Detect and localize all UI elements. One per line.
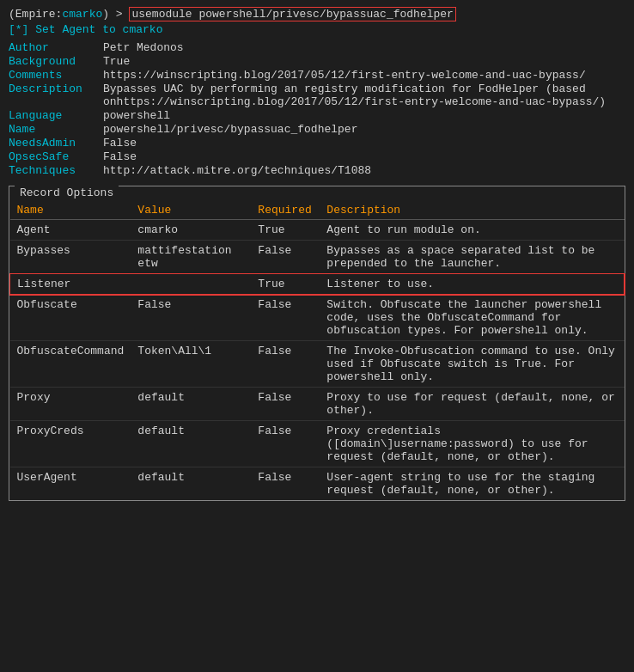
table-row: ListenerTrueListener to use. — [10, 274, 625, 295]
info-row-comments: Comments https://winscripting.blog/2017/… — [9, 69, 625, 82]
prompt-suffix: ) > — [102, 8, 122, 21]
info-row-language: Language powershell — [9, 109, 625, 122]
cell-value: cmarko — [131, 220, 251, 241]
cell-value: False — [131, 295, 251, 341]
table-row: ProxyCredsdefaultFalseProxy credentials … — [10, 421, 625, 467]
record-options-section: Record Options Name Value Required Descr… — [9, 186, 625, 501]
table-row: UserAgentdefaultFalseUser-agent string t… — [10, 467, 625, 501]
comments-value: https://winscripting.blog/2017/05/12/fir… — [103, 69, 625, 82]
techniques-label: Techniques — [9, 164, 103, 177]
cell-description: The Invoke-Obfuscation command to use. O… — [320, 341, 624, 388]
cell-required: False — [251, 241, 320, 274]
info-row-name: Name powershell/privesc/bypassuac_fodhel… — [9, 123, 625, 136]
cell-required: False — [251, 421, 320, 467]
cell-name: ObfuscateCommand — [10, 341, 131, 388]
cell-description: Proxy to use for request (default, none,… — [320, 388, 624, 421]
col-header-required: Required — [251, 201, 320, 220]
table-row: AgentcmarkoTrueAgent to run module on. — [10, 220, 625, 241]
info-row-description: Description Bypasses UAC by performing a… — [9, 82, 625, 108]
terminal-window: (Empire: cmarko ) > usemodule powershell… — [0, 0, 634, 508]
background-value: True — [103, 55, 625, 68]
table-row: ObfuscateCommandToken\All\1FalseThe Invo… — [10, 341, 625, 388]
prompt-prefix: (Empire: — [9, 8, 62, 21]
description-value: Bypasses UAC by performing an registry m… — [103, 82, 625, 108]
cell-name: Listener — [10, 274, 131, 295]
prompt-agent: cmarko — [62, 8, 102, 21]
cell-value: default — [131, 388, 251, 421]
info-row-opsec: OpsecSafe False — [9, 150, 625, 163]
cell-value: mattifestation etw — [131, 241, 251, 274]
comments-label: Comments — [9, 69, 103, 82]
prompt-line: (Empire: cmarko ) > usemodule powershell… — [9, 7, 625, 21]
techniques-value: http://attack.mitre.org/techniques/T1088 — [103, 164, 625, 177]
cell-description: Listener to use. — [320, 274, 624, 295]
table-header-row: Name Value Required Description — [10, 201, 625, 220]
cell-name: Agent — [10, 220, 131, 241]
needsadmin-value: False — [103, 137, 625, 150]
cell-name: Bypasses — [10, 241, 131, 274]
table-row: ProxydefaultFalseProxy to use for reques… — [10, 388, 625, 421]
cell-name: Proxy — [10, 388, 131, 421]
set-agent-line: [*] Set Agent to cmarko — [9, 23, 625, 36]
cell-description: Agent to run module on. — [320, 220, 624, 241]
record-options-title: Record Options — [15, 185, 119, 201]
opsec-label: OpsecSafe — [9, 150, 103, 163]
background-label: Background — [9, 55, 103, 68]
col-header-description: Description — [320, 201, 624, 220]
name-value: powershell/privesc/bypassuac_fodhelper — [103, 123, 625, 136]
module-info-block: Author Petr Medonos Background True Comm… — [9, 41, 625, 177]
author-label: Author — [9, 41, 103, 54]
cell-description: Proxy credentials ([domain\]username:pas… — [320, 421, 624, 467]
cell-value — [131, 274, 251, 295]
col-header-name: Name — [10, 201, 131, 220]
col-header-value: Value — [131, 201, 251, 220]
cell-description: Switch. Obfuscate the launcher powershel… — [320, 295, 624, 341]
cell-value: Token\All\1 — [131, 341, 251, 388]
language-label: Language — [9, 109, 103, 122]
author-value: Petr Medonos — [103, 41, 625, 54]
needsadmin-label: NeedsAdmin — [9, 137, 103, 150]
cell-required: False — [251, 388, 320, 421]
cell-value: default — [131, 421, 251, 467]
table-row: Bypassesmattifestation etwFalseBypasses … — [10, 241, 625, 274]
cell-required: True — [251, 274, 320, 295]
opsec-value: False — [103, 150, 625, 163]
cell-required: True — [251, 220, 320, 241]
cell-name: Obfuscate — [10, 295, 131, 341]
language-value: powershell — [103, 109, 625, 122]
cell-required: False — [251, 295, 320, 341]
cell-name: UserAgent — [10, 467, 131, 501]
info-row-techniques: Techniques http://attack.mitre.org/techn… — [9, 164, 625, 177]
cell-required: False — [251, 467, 320, 501]
cell-required: False — [251, 341, 320, 388]
info-row-background: Background True — [9, 55, 625, 68]
cell-description: User-agent string to use for the staging… — [320, 467, 624, 501]
command-input: usemodule powershell/privesc/bypassuac_f… — [129, 7, 455, 21]
table-row: ObfuscateFalseFalseSwitch. Obfuscate the… — [10, 295, 625, 341]
description-label: Description — [9, 82, 103, 108]
name-label: Name — [9, 123, 103, 136]
cell-name: ProxyCreds — [10, 421, 131, 467]
cell-description: Bypasses as a space separated list to be… — [320, 241, 624, 274]
record-options-table: Name Value Required Description Agentcma… — [9, 201, 625, 500]
cell-value: default — [131, 467, 251, 501]
info-row-author: Author Petr Medonos — [9, 41, 625, 54]
info-row-needsadmin: NeedsAdmin False — [9, 137, 625, 150]
